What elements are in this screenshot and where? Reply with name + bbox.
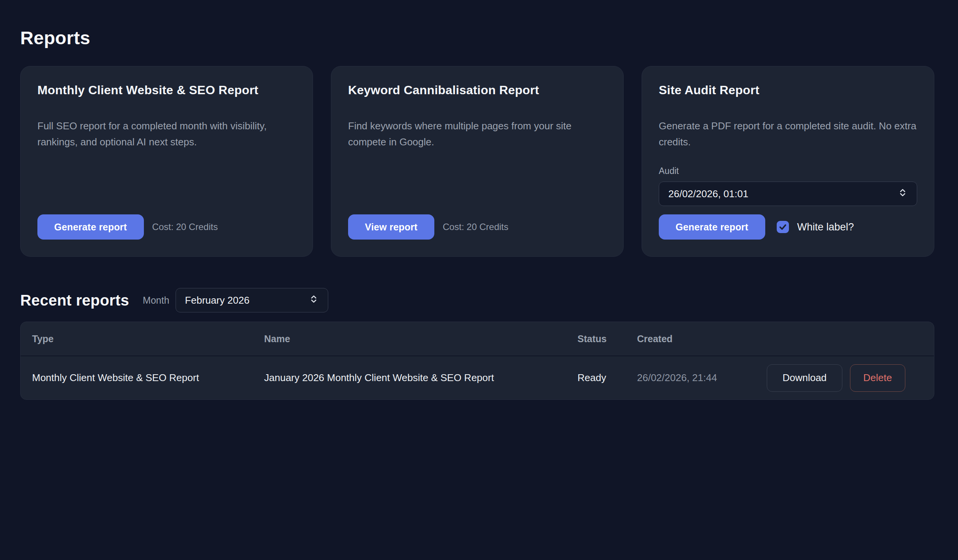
audit-select[interactable]: 26/02/2026, 01:01 xyxy=(659,182,917,206)
reports-page: Reports Monthly Client Website & SEO Rep… xyxy=(0,0,958,400)
card-title: Site Audit Report xyxy=(659,83,917,97)
chevron-up-down-icon xyxy=(898,188,908,200)
card-site-audit: Site Audit Report Generate a PDF report … xyxy=(642,66,934,257)
report-status-cell: Ready xyxy=(577,372,637,384)
recent-reports-table: Type Name Status Created Monthly Client … xyxy=(20,322,934,400)
card-monthly-seo-report: Monthly Client Website & SEO Report Full… xyxy=(20,66,313,257)
card-actions: Generate report Cost: 20 Credits xyxy=(37,214,296,240)
white-label-option: White label? xyxy=(777,221,854,233)
report-name-cell: January 2026 Monthly Client Website & SE… xyxy=(264,372,577,384)
column-header-type: Type xyxy=(32,333,264,344)
card-actions: Generate report White label? xyxy=(659,214,917,240)
card-description: Generate a PDF report for a completed si… xyxy=(659,118,917,150)
card-description: Find keywords where multiple pages from … xyxy=(348,118,606,150)
table-row: Monthly Client Website & SEO Report Janu… xyxy=(21,356,934,399)
report-cards: Monthly Client Website & SEO Report Full… xyxy=(20,66,934,257)
month-select-value: February 2026 xyxy=(185,294,250,306)
cost-label: Cost: 20 Credits xyxy=(443,222,508,232)
chevron-up-down-icon xyxy=(309,294,319,307)
card-description: Full SEO report for a completed month wi… xyxy=(37,118,296,150)
month-filter-label: Month xyxy=(143,295,169,306)
month-select[interactable]: February 2026 xyxy=(176,288,328,312)
checkmark-icon xyxy=(778,222,787,232)
column-header-status: Status xyxy=(577,333,637,344)
page-title: Reports xyxy=(20,27,934,48)
white-label-checkbox[interactable] xyxy=(777,221,789,233)
report-created-cell: 26/02/2026, 21:44 xyxy=(637,372,760,384)
cost-label: Cost: 20 Credits xyxy=(152,222,218,232)
generate-report-button[interactable]: Generate report xyxy=(37,214,144,240)
column-header-created: Created xyxy=(637,333,760,344)
recent-reports-title: Recent reports xyxy=(20,292,129,309)
column-header-name: Name xyxy=(264,333,577,344)
white-label-checkbox-label[interactable]: White label? xyxy=(797,221,854,233)
table-header: Type Name Status Created xyxy=(21,322,934,356)
audit-select-value: 26/02/2026, 01:01 xyxy=(668,188,748,200)
recent-reports-header: Recent reports Month February 2026 xyxy=(20,288,934,312)
view-report-button[interactable]: View report xyxy=(348,214,434,240)
audit-select-label: Audit xyxy=(659,166,917,176)
generate-report-button[interactable]: Generate report xyxy=(659,214,765,240)
card-title: Keyword Cannibalisation Report xyxy=(348,83,606,97)
card-keyword-cannibalisation: Keyword Cannibalisation Report Find keyw… xyxy=(331,66,624,257)
delete-button[interactable]: Delete xyxy=(850,364,905,392)
download-button[interactable]: Download xyxy=(767,364,842,392)
card-actions: View report Cost: 20 Credits xyxy=(348,214,606,240)
row-actions: Download Delete xyxy=(760,364,923,392)
report-type-cell: Monthly Client Website & SEO Report xyxy=(32,372,264,384)
card-title: Monthly Client Website & SEO Report xyxy=(37,83,296,97)
